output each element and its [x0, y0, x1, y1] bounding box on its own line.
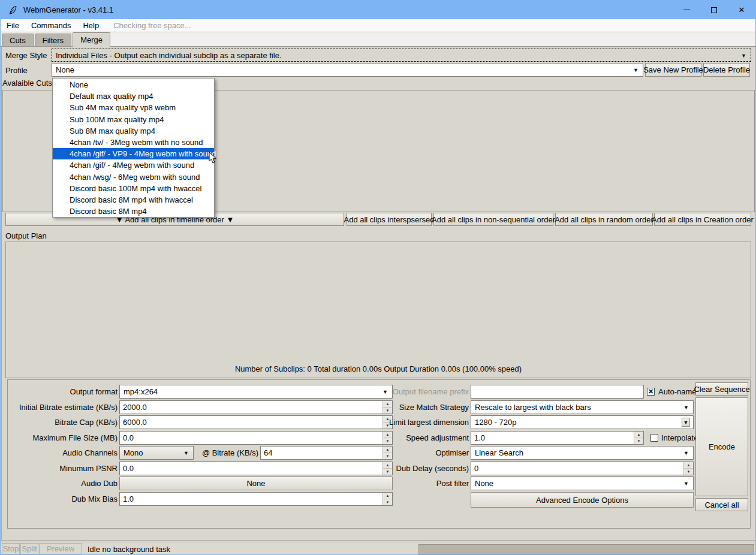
profile-option[interactable]: Discord basic 8M mp4 [53, 206, 214, 217]
output-prefix-input[interactable] [471, 385, 644, 399]
chevron-down-icon: ▼ [633, 67, 638, 73]
title-bar: WebmGenerator - v3.41.1 ✕ [1, 1, 755, 19]
initial-bitrate-label: Initial Bitrate estimate (KB/s) [8, 403, 118, 412]
min-psnr-spinner[interactable]: ▲▼ [119, 462, 393, 475]
optimiser-label: Optimiser [371, 448, 469, 457]
add-all-random-order-button[interactable]: Add all clips in random order [555, 213, 653, 226]
output-prefix-label: Output filename prefix [371, 387, 469, 396]
post-filter-combobox[interactable]: None ▼ [471, 476, 694, 490]
chevron-down-icon: ▼ [183, 450, 189, 456]
close-button[interactable]: ✕ [728, 1, 755, 19]
output-format-value: mp4:x264 [124, 387, 158, 396]
tab-bar: Cuts Filters Merge [1, 32, 755, 47]
auto-name-checkbox[interactable]: ✕ [647, 388, 655, 396]
audio-dub-label: Audio Dub [8, 479, 118, 488]
chevron-down-icon[interactable]: ▼ [682, 418, 690, 427]
chevron-down-icon: ▼ [683, 481, 689, 487]
profile-label: Profile [5, 66, 28, 75]
output-format-combobox[interactable]: mp4:x264 ▼ [119, 385, 393, 399]
merge-style-label: Merge Style [5, 51, 47, 60]
profile-option[interactable]: 4chan /tv/ - 3Meg webm with no sound [53, 137, 214, 148]
preview-button[interactable]: Preview [39, 543, 82, 554]
chevron-down-icon: ▼ [683, 450, 689, 456]
profile-option[interactable]: Sub 8M max quality mp4 [53, 125, 214, 137]
dub-mix-bias-spinner[interactable]: ▲▼ [119, 492, 393, 506]
output-plan-summary: Number of Subclips: 0 Total duration 0.0… [235, 364, 522, 373]
profile-option[interactable]: Discord basic 8M mp4 with hwaccel [53, 194, 214, 206]
min-psnr-label: Minumum PSNR [8, 464, 118, 473]
close-icon: ✕ [739, 5, 745, 14]
status-bar: Stop Split Preview Idle no background ta… [1, 542, 755, 555]
speed-adjustment-spinner[interactable]: ▲▼ [471, 431, 644, 445]
audio-channels-combobox[interactable]: Mono ▼ [119, 446, 194, 460]
merge-style-combobox[interactable]: Individual Files - Output each individua… [52, 49, 751, 62]
profile-option-selected[interactable]: 4chan /gif/ - VP9 - 4Meg webm with sound [53, 148, 214, 159]
menu-help[interactable]: Help [77, 19, 105, 31]
spin-down-icon: ▼ [634, 438, 643, 444]
audio-channels-value: Mono [124, 448, 143, 457]
split-button[interactable]: Split [20, 543, 38, 554]
chevron-down-icon: ▼ [741, 53, 746, 59]
tab-cuts[interactable]: Cuts [2, 34, 34, 46]
optimiser-combobox[interactable]: Linear Search ▼ [471, 446, 694, 460]
max-file-size-spinner[interactable]: ▲▼ [119, 431, 393, 445]
bitrate-cap-spinner[interactable]: ▲▼ [119, 415, 393, 429]
advanced-encode-options-button[interactable]: Advanced Encode Options [471, 492, 694, 508]
add-all-non-sequential-button[interactable]: Add all clips in non-sequential order [433, 213, 553, 226]
profile-option[interactable]: None [53, 79, 214, 91]
app-quill-icon [8, 5, 17, 15]
interpolate-checkbox[interactable] [650, 434, 658, 442]
encode-button[interactable]: Encode [695, 397, 748, 496]
bitrate-cap-label: Bitrate Cap (KB/s) [8, 418, 118, 427]
size-match-combobox[interactable]: Rescale to largest with black bars ▼ [471, 400, 694, 414]
auto-name-label: Auto-name [658, 387, 697, 396]
audio-dub-button[interactable]: None [119, 476, 393, 490]
delete-profile-button[interactable]: Delete Profile [703, 63, 750, 77]
save-new-profile-button[interactable]: Save New Profile [645, 63, 701, 77]
app-window: WebmGenerator - v3.41.1 ✕ File Commands … [0, 0, 756, 555]
profile-combobox[interactable]: None ▼ [52, 63, 643, 77]
maximize-button[interactable] [700, 1, 728, 19]
initial-bitrate-spinner[interactable]: ▲▼ [119, 400, 393, 414]
menu-file[interactable]: File [1, 19, 25, 31]
size-match-label: Size Match Strategy [371, 403, 469, 412]
spin-down-icon: ▼ [383, 499, 392, 505]
menu-commands[interactable]: Commands [25, 19, 77, 31]
cancel-all-button[interactable]: Cancel all [695, 498, 748, 511]
interpolate-label: Interpolate [661, 433, 698, 442]
chevron-down-icon: ▼ [683, 405, 689, 411]
profile-option[interactable]: 4chan /wsg/ - 6Meg webm with sound [53, 171, 214, 183]
spin-up-icon: ▲ [383, 493, 392, 499]
tab-merge[interactable]: Merge [73, 32, 110, 47]
spin-buttons[interactable]: ▲▼ [634, 432, 643, 444]
clear-sequence-button[interactable]: Clear Sequence [695, 382, 748, 396]
stop-button[interactable]: Stop [2, 543, 20, 554]
limit-dimension-label: Limit largest dimension [371, 418, 469, 427]
add-all-interspersed-button[interactable]: Add all clips interspsersed [347, 213, 432, 226]
dub-delay-spinner[interactable]: ▲▼ [471, 462, 694, 475]
profile-option[interactable]: 4chan /gif/ - 4Meg webm with sound [53, 159, 214, 171]
minimize-icon [683, 10, 690, 10]
limit-dimension-combobox[interactable]: 1280 - 720p ▼ [471, 415, 694, 429]
profile-option[interactable]: Default max quality mp4 [53, 91, 214, 102]
profile-dropdown-popup: None Default max quality mp4 Sub 4M max … [52, 78, 215, 218]
dub-mix-bias-label: Dub Mix Bias [8, 494, 118, 503]
profile-option[interactable]: Sub 4M max quality vp8 webm [53, 102, 214, 113]
spin-down-icon: ▼ [684, 469, 693, 475]
audio-bitrate-label: @ Bitrate (KB/s) [197, 448, 258, 457]
minimize-button[interactable] [673, 1, 700, 19]
add-all-creation-order-button[interactable]: Add all clips in Creation order [654, 213, 751, 226]
output-plan-panel: Number of Subclips: 0 Total duration 0.0… [5, 242, 751, 378]
maximize-icon [711, 7, 717, 13]
audio-channels-label: Audio Channels [8, 448, 118, 457]
tab-filters[interactable]: Filters [35, 34, 71, 46]
profile-option[interactable]: Discord basic 100M mp4 with hwaccel [53, 183, 214, 194]
post-filter-value: None [475, 479, 493, 488]
spin-buttons[interactable]: ▲▼ [382, 493, 392, 505]
spin-buttons[interactable]: ▲▼ [683, 462, 693, 475]
size-match-value: Rescale to largest with black bars [475, 403, 591, 412]
spin-up-icon: ▲ [684, 462, 693, 469]
max-file-size-label: Maximum File Size (MB) [8, 433, 118, 442]
output-format-label: Output format [8, 387, 118, 396]
profile-option[interactable]: Sub 100M max quality mp4 [53, 114, 214, 125]
